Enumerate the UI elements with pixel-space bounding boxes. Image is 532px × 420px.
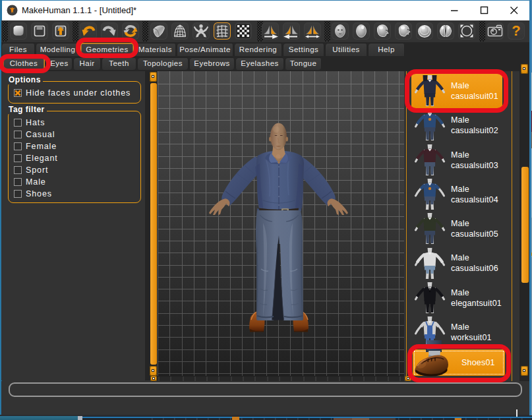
svg-text:?: ?	[512, 22, 520, 39]
